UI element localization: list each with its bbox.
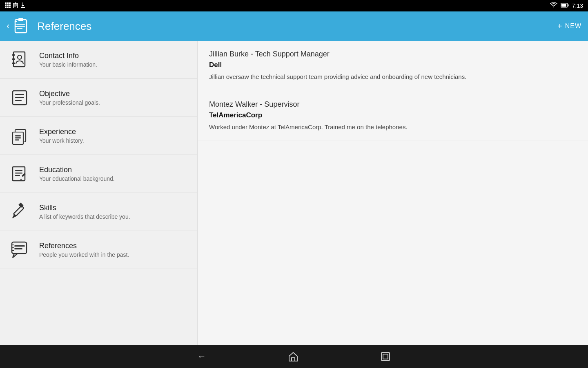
svg-rect-24 bbox=[15, 24, 17, 25]
battery-icon bbox=[561, 3, 569, 9]
wifi-icon bbox=[550, 2, 557, 9]
svg-rect-53 bbox=[14, 248, 22, 249]
status-bar-left bbox=[5, 2, 25, 9]
reference-0-name: Jillian Burke - Tech Support Manager bbox=[209, 50, 577, 58]
svg-rect-43 bbox=[15, 175, 20, 176]
sidebar-education-title: Education bbox=[39, 166, 115, 174]
grid-icon bbox=[5, 2, 11, 9]
svg-rect-32 bbox=[15, 94, 24, 95]
sidebar-item-contact-info[interactable]: Contact Info Your basic information. bbox=[0, 41, 197, 79]
svg-rect-21 bbox=[17, 26, 25, 27]
back-nav-button[interactable]: ← bbox=[197, 351, 206, 362]
svg-rect-39 bbox=[15, 139, 19, 141]
svg-rect-56 bbox=[12, 250, 14, 251]
sidebar-references-text: References People you worked with in the… bbox=[39, 242, 129, 258]
reference-item-1[interactable]: Montez Walker - Supervisor TelAmericaCor… bbox=[198, 91, 588, 141]
app-icon bbox=[13, 17, 31, 35]
sidebar-item-references[interactable]: References People you worked with in the… bbox=[0, 231, 197, 269]
svg-rect-22 bbox=[17, 28, 22, 29]
svg-rect-5 bbox=[9, 4, 11, 6]
svg-rect-17 bbox=[561, 4, 566, 7]
svg-marker-45 bbox=[20, 179, 22, 180]
status-bar: 7:13 bbox=[0, 0, 588, 11]
objective-icon bbox=[8, 86, 31, 109]
svg-rect-2 bbox=[9, 2, 11, 4]
sidebar-item-education[interactable]: Education Your educational background. bbox=[0, 155, 197, 193]
sidebar-skills-title: Skills bbox=[39, 204, 130, 212]
svg-rect-33 bbox=[15, 97, 24, 98]
skills-icon bbox=[8, 200, 31, 223]
svg-rect-20 bbox=[17, 24, 25, 25]
svg-rect-34 bbox=[15, 100, 22, 101]
home-nav-button[interactable] bbox=[288, 351, 298, 362]
svg-rect-0 bbox=[5, 2, 7, 4]
svg-rect-14 bbox=[21, 7, 25, 8]
page-title: References bbox=[37, 20, 557, 33]
time-display: 7:13 bbox=[572, 2, 583, 9]
download-icon bbox=[20, 2, 25, 9]
svg-rect-37 bbox=[15, 135, 21, 137]
new-label: NEW bbox=[565, 22, 581, 30]
sidebar-item-objective[interactable]: Objective Your professional goals. bbox=[0, 79, 197, 117]
svg-rect-46 bbox=[13, 206, 24, 216]
sidebar-contact-info-text: Contact Info Your basic information. bbox=[39, 52, 97, 68]
references-panel: Jillian Burke - Tech Support Manager Del… bbox=[198, 41, 588, 345]
nav-bar: ← bbox=[0, 345, 588, 368]
svg-point-30 bbox=[18, 55, 22, 59]
sidebar-education-text: Education Your educational background. bbox=[39, 166, 115, 182]
svg-rect-10 bbox=[15, 2, 16, 4]
svg-rect-3 bbox=[5, 4, 7, 6]
app-bar: ‹ References + NEW bbox=[0, 11, 588, 41]
contact-info-icon bbox=[8, 48, 31, 71]
svg-rect-13 bbox=[14, 7, 16, 7]
sidebar-references-title: References bbox=[39, 242, 129, 250]
experience-icon bbox=[8, 124, 31, 147]
sidebar-education-subtitle: Your educational background. bbox=[39, 175, 115, 182]
sidebar-contact-info-title: Contact Info bbox=[39, 52, 97, 60]
svg-rect-7 bbox=[7, 7, 9, 8]
sidebar-skills-subtitle: A list of keywords that describe you. bbox=[39, 213, 130, 220]
svg-rect-38 bbox=[15, 137, 21, 139]
education-icon bbox=[8, 162, 31, 185]
back-button[interactable]: ‹ bbox=[7, 21, 9, 31]
svg-rect-27 bbox=[12, 54, 15, 56]
svg-rect-19 bbox=[18, 18, 23, 21]
reference-0-company: Dell bbox=[209, 61, 577, 69]
sidebar-experience-text: Experience Your work history. bbox=[39, 128, 84, 144]
sidebar-references-subtitle: People you worked with in the past. bbox=[39, 251, 129, 258]
svg-rect-28 bbox=[12, 58, 15, 60]
main-content: Contact Info Your basic information. Obj… bbox=[0, 41, 588, 345]
sidebar-objective-title: Objective bbox=[39, 90, 100, 98]
svg-rect-29 bbox=[12, 63, 15, 64]
svg-rect-42 bbox=[15, 173, 22, 174]
svg-rect-23 bbox=[15, 21, 17, 22]
svg-rect-54 bbox=[12, 245, 14, 245]
reference-1-name: Montez Walker - Supervisor bbox=[209, 100, 577, 109]
svg-rect-25 bbox=[15, 26, 17, 27]
svg-rect-16 bbox=[568, 4, 568, 6]
svg-rect-1 bbox=[7, 2, 9, 4]
sidebar-item-skills[interactable]: Skills A list of keywords that describe … bbox=[0, 193, 197, 231]
sidebar-item-experience[interactable]: Experience Your work history. bbox=[0, 117, 197, 155]
svg-marker-51 bbox=[13, 254, 18, 258]
sidebar-objective-text: Objective Your professional goals. bbox=[39, 90, 100, 106]
sidebar-contact-info-subtitle: Your basic information. bbox=[39, 61, 97, 68]
reference-item-0[interactable]: Jillian Burke - Tech Support Manager Del… bbox=[198, 41, 588, 91]
svg-rect-57 bbox=[292, 358, 295, 361]
recent-nav-button[interactable] bbox=[380, 351, 391, 362]
svg-rect-59 bbox=[383, 354, 388, 359]
svg-rect-8 bbox=[9, 7, 11, 8]
sidebar-objective-subtitle: Your professional goals. bbox=[39, 99, 100, 106]
references-icon bbox=[8, 238, 31, 261]
new-button[interactable]: + NEW bbox=[557, 22, 581, 31]
sidebar-experience-title: Experience bbox=[39, 128, 84, 136]
svg-rect-12 bbox=[14, 5, 17, 6]
sidebar-skills-text: Skills A list of keywords that describe … bbox=[39, 204, 130, 220]
plus-icon: + bbox=[557, 22, 563, 31]
sidebar-experience-subtitle: Your work history. bbox=[39, 137, 84, 144]
reference-1-company: TelAmericaCorp bbox=[209, 111, 577, 119]
svg-rect-6 bbox=[5, 7, 7, 8]
svg-rect-41 bbox=[15, 170, 22, 171]
svg-rect-52 bbox=[14, 245, 25, 247]
sidebar: Contact Info Your basic information. Obj… bbox=[0, 41, 198, 345]
